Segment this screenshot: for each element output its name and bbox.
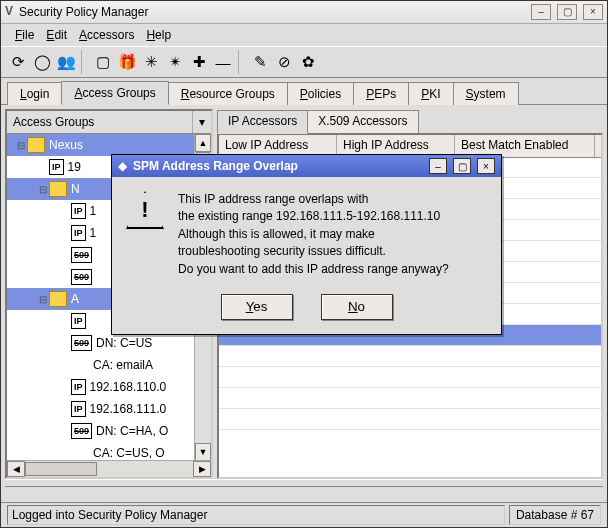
- overlap-dialog: ◆ SPM Address Range Overlap – ▢ × ! This…: [111, 154, 502, 335]
- tree-node-label: N: [71, 182, 80, 196]
- window-titlebar: V Security Policy Manager – ▢ ×: [1, 1, 607, 24]
- dialog-message: This IP address range overlaps withthe e…: [178, 191, 449, 278]
- tree-node-label: 19: [68, 160, 81, 174]
- yes-button[interactable]: Yes: [221, 294, 293, 320]
- x509-icon: 509: [71, 269, 92, 285]
- scroll-down-icon[interactable]: ▼: [195, 443, 211, 461]
- left-pane-title: Access Groups: [13, 115, 94, 129]
- tree-node[interactable]: 509DN: C=HA, O: [7, 420, 211, 442]
- left-pane-header: Access Groups ▾: [7, 111, 211, 134]
- tree-node-label: Nexus: [49, 138, 83, 152]
- close-button[interactable]: ×: [583, 4, 603, 20]
- dialog-title: SPM Address Range Overlap: [133, 159, 423, 173]
- table-row[interactable]: [219, 388, 601, 409]
- scroll-right-icon[interactable]: ▶: [193, 461, 211, 477]
- ip-icon: IP: [49, 159, 64, 175]
- tree-node-label: DN: C=US: [96, 336, 152, 350]
- tree-node[interactable]: IP192.168.111.0: [7, 398, 211, 420]
- tool-ax1-icon[interactable]: ✳: [140, 51, 162, 73]
- tree-node-label: A: [71, 292, 79, 306]
- tool-box-icon[interactable]: ▢: [92, 51, 114, 73]
- dialog-close-button[interactable]: ×: [477, 158, 495, 174]
- no-button[interactable]: No: [321, 294, 393, 320]
- tree-node-label: 1: [90, 226, 97, 240]
- tool-paint-icon[interactable]: ✎: [249, 51, 271, 73]
- menu-file[interactable]: File: [11, 26, 38, 44]
- dialog-titlebar[interactable]: ◆ SPM Address Range Overlap – ▢ ×: [112, 155, 501, 177]
- tool-config-icon[interactable]: ✿: [297, 51, 319, 73]
- ip-icon: IP: [71, 379, 86, 395]
- tree-node-label: 192.168.111.0: [90, 402, 167, 416]
- ip-icon: IP: [71, 313, 86, 329]
- tree-node[interactable]: 509DN: C=US: [7, 332, 211, 354]
- x509-icon: 509: [71, 335, 92, 351]
- ip-icon: IP: [71, 203, 86, 219]
- access-group-icon: [49, 291, 67, 307]
- tool-minus-icon[interactable]: —: [212, 51, 234, 73]
- minimize-button[interactable]: –: [531, 4, 551, 20]
- hscroll-thumb[interactable]: [25, 462, 97, 476]
- tree-node-label: 192.168.110.0: [90, 380, 167, 394]
- status-database: Database # 67: [509, 505, 601, 525]
- x509-icon: 509: [71, 423, 92, 439]
- maximize-button[interactable]: ▢: [557, 4, 577, 20]
- menubar: File Edit Accessors Help: [1, 24, 607, 46]
- access-group-icon: [49, 181, 67, 197]
- menu-accessors[interactable]: Accessors: [75, 26, 138, 44]
- tab-system[interactable]: System: [453, 82, 519, 105]
- tab-pki[interactable]: PKI: [408, 82, 453, 105]
- tree-node[interactable]: IP192.168.110.0: [7, 376, 211, 398]
- tree-node-label: 1: [90, 204, 97, 218]
- tool-circle-icon[interactable]: ◯: [31, 51, 53, 73]
- x509-icon: 509: [71, 247, 92, 263]
- ip-icon: IP: [71, 225, 86, 241]
- table-row[interactable]: [219, 409, 601, 430]
- subtab-x-509-accessors[interactable]: X.509 Accessors: [307, 110, 418, 134]
- ip-icon: IP: [71, 401, 86, 417]
- tree-node[interactable]: CA: emailA: [7, 354, 211, 376]
- tool-gift-icon[interactable]: 🎁: [116, 51, 138, 73]
- tree-node[interactable]: ⊟Nexus: [7, 134, 211, 156]
- tab-resource-groups[interactable]: Resource Groups: [168, 82, 288, 105]
- left-pane-dropdown-icon[interactable]: ▾: [192, 111, 211, 133]
- tab-access-groups[interactable]: Access Groups: [61, 81, 168, 105]
- dialog-minimize-button[interactable]: –: [429, 158, 447, 174]
- table-row[interactable]: [219, 346, 601, 367]
- tool-users-icon[interactable]: 👥: [55, 51, 77, 73]
- main-tabs: LoginAccess GroupsResource GroupsPolicie…: [1, 78, 607, 105]
- window-title: Security Policy Manager: [19, 5, 525, 19]
- status-bar: Logged into Security Policy Manager Data…: [1, 502, 607, 527]
- table-row[interactable]: [219, 367, 601, 388]
- subtab-ip-accessors[interactable]: IP Accessors: [217, 110, 308, 134]
- tool-plus-icon[interactable]: ✚: [188, 51, 210, 73]
- tab-login[interactable]: Login: [7, 82, 62, 105]
- tab-policies[interactable]: Policies: [287, 82, 354, 105]
- dialog-maximize-button[interactable]: ▢: [453, 158, 471, 174]
- toolbar: ⟳◯👥▢🎁✳✴✚—✎⊘✿: [1, 46, 607, 78]
- accessor-subtabs: IP AccessorsX.509 Accessors: [217, 109, 603, 133]
- tab-peps[interactable]: PEPs: [353, 82, 409, 105]
- dialog-icon: ◆: [118, 159, 127, 173]
- tree-node-label: CA: emailA: [93, 358, 153, 372]
- tree-node-label: DN: C=HA, O: [96, 424, 168, 438]
- access-group-icon: [27, 137, 45, 153]
- horizontal-splitter[interactable]: [5, 479, 603, 487]
- status-message: Logged into Security Policy Manager: [7, 505, 505, 525]
- warning-icon: !: [126, 191, 164, 229]
- scroll-up-icon[interactable]: ▲: [195, 134, 211, 152]
- tree-node-label: CA: C=US, O: [93, 446, 165, 460]
- scroll-left-icon[interactable]: ◀: [7, 461, 25, 477]
- tool-nouser-icon[interactable]: ⊘: [273, 51, 295, 73]
- tool-ax2-icon[interactable]: ✴: [164, 51, 186, 73]
- menu-edit[interactable]: Edit: [42, 26, 71, 44]
- tool-reload-icon[interactable]: ⟳: [7, 51, 29, 73]
- menu-help[interactable]: Help: [142, 26, 175, 44]
- app-menu-icon[interactable]: V: [5, 4, 13, 18]
- tree-horizontal-scrollbar[interactable]: ◀ ▶: [7, 460, 211, 477]
